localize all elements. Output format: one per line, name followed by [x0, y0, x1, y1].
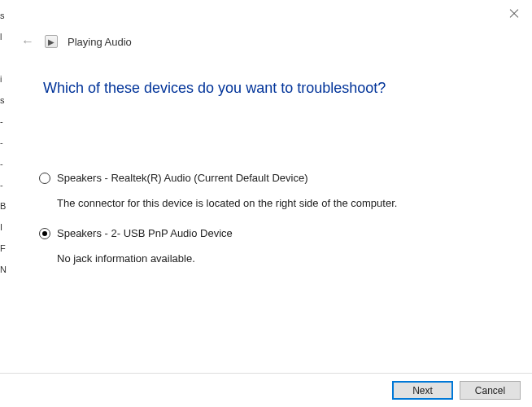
background-window-fragments: sl is----BIFN	[0, 0, 7, 407]
footer: Next Cancel	[0, 373, 532, 407]
radio-icon[interactable]	[39, 228, 50, 239]
back-arrow-icon[interactable]: ←	[20, 34, 35, 49]
device-description: The connector for this device is located…	[57, 197, 499, 209]
radio-selected-icon	[42, 231, 47, 236]
device-option-usb-pnp[interactable]: Speakers - 2- USB PnP Audio Device	[39, 227, 499, 239]
next-button[interactable]: Next	[392, 381, 453, 400]
page-heading: Which of these devices do you want to tr…	[43, 80, 532, 97]
close-icon[interactable]	[508, 8, 520, 20]
device-label: Speakers - 2- USB PnP Audio Device	[57, 227, 233, 239]
device-description: No jack information available.	[57, 252, 499, 265]
playing-audio-icon: ▶	[45, 35, 58, 48]
radio-icon[interactable]	[39, 173, 50, 184]
cancel-button[interactable]: Cancel	[460, 381, 521, 400]
device-label: Speakers - Realtek(R) Audio (Current Def…	[57, 172, 308, 184]
header-title: Playing Audio	[68, 36, 132, 48]
device-list: Speakers - Realtek(R) Audio (Current Def…	[39, 172, 532, 265]
header: ← ▶ Playing Audio	[0, 0, 532, 49]
device-option-realtek[interactable]: Speakers - Realtek(R) Audio (Current Def…	[39, 172, 499, 184]
